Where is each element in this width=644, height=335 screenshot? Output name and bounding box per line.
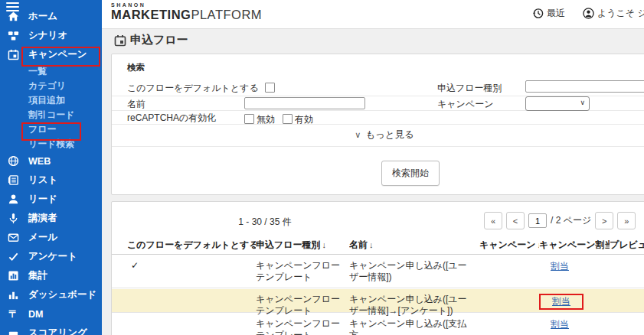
sidebar-item-label: WEB — [28, 156, 51, 167]
recaptcha-on-label: 有効 — [295, 114, 313, 125]
search-panel: 検索 このフローをデフォルトとする 申込フロー種別 名前 キャンペーン reCA… — [111, 54, 644, 195]
sidebar-item-home[interactable]: ホーム — [0, 7, 102, 26]
brand-logo[interactable]: SHANON MARKETINGPLATFORM — [111, 2, 262, 22]
sidebar-item-speaker[interactable]: 講演者 — [0, 209, 102, 228]
assign-link[interactable]: 割当 — [552, 296, 570, 307]
campaign-label: キャンペーン — [437, 98, 493, 111]
sidebar-item-lead-search[interactable]: リード検索 — [0, 137, 102, 151]
flow-type-input[interactable] — [525, 80, 644, 93]
show-more-toggle[interactable]: ∨ もっと見る — [112, 124, 644, 147]
page-number-input[interactable] — [528, 213, 547, 228]
sidebar-item-discount-code[interactable]: 割引コード — [0, 108, 102, 122]
sidebar-item-label: シナリオ — [28, 29, 67, 42]
page-calendar-icon — [114, 34, 126, 47]
assign-link[interactable]: 割当 — [551, 319, 569, 330]
flow-type-cell: キャンペーンフローテンプレート — [256, 314, 349, 335]
search-panel-title: 検索 — [127, 62, 145, 73]
sidebar-item-web[interactable]: WEB — [0, 151, 102, 171]
sidebar-item-mail[interactable]: メール — [0, 228, 102, 247]
sidebar-item-dm[interactable]: 〒 DM — [0, 304, 102, 324]
recent-button[interactable]: 最近 — [532, 7, 565, 20]
table-header-row: このフローをデフォルトとする↓ 申込フロー種別↓ 名前↓ キャンペーン↓ キャン… — [112, 236, 644, 255]
chart-box-icon — [7, 269, 20, 282]
sidebar-item-campaign-list[interactable]: 一覧 — [0, 64, 102, 79]
history-clock-icon — [532, 8, 544, 19]
page-title-label: 申込フロー — [130, 33, 188, 47]
name-label: 名前 — [127, 98, 145, 111]
recaptcha-on-checkbox[interactable] — [283, 114, 293, 124]
sidebar-item-label: キャンペーン — [28, 48, 87, 61]
sidebar-item-flow[interactable]: フロー — [0, 122, 102, 137]
globe-icon — [7, 154, 20, 168]
default-flow-checkbox[interactable] — [265, 83, 275, 93]
recaptcha-label: reCAPTCHAの有効化 — [127, 112, 216, 125]
sidebar-item-label: 一覧 — [28, 65, 47, 78]
column-header-name[interactable]: 名前↓ — [349, 239, 479, 252]
sidebar-item-add-field[interactable]: 項目追加 — [0, 93, 102, 108]
sidebar-item-label: 項目追加 — [28, 94, 65, 107]
sidebar: ホーム シナリオ キャンペーン 一覧 カテゴリ 項目追加 割引コード フロー リ… — [0, 0, 102, 335]
sidebar-item-label: リード — [28, 193, 57, 206]
column-header-campaign[interactable]: キャンペーン↓ — [479, 239, 539, 252]
show-more-label: もっと見る — [365, 128, 414, 141]
person-icon — [7, 193, 20, 206]
sidebar-item-label: 講演者 — [28, 212, 57, 225]
table-row: キャンペーンフローテンプレート キャンペーン申し込み([支払方 割当 — [112, 314, 644, 335]
page-title: 申込フロー — [114, 33, 188, 47]
sort-arrow-icon: ↓ — [322, 240, 327, 249]
sidebar-item-label: アンケート — [28, 250, 77, 263]
sidebar-item-category[interactable]: カテゴリ — [0, 79, 102, 93]
sidebar-item-label: スコアリング — [28, 327, 87, 335]
scenario-icon — [7, 29, 20, 42]
bar-chart-icon — [7, 288, 20, 301]
last-page-button[interactable]: » — [617, 212, 636, 229]
recaptcha-off-label: 無効 — [257, 114, 275, 125]
recent-label: 最近 — [547, 7, 565, 20]
default-check: ✓ — [127, 255, 256, 288]
prev-page-button[interactable]: < — [506, 212, 525, 229]
column-header-type[interactable]: 申込フロー種別↓ — [256, 239, 349, 252]
recaptcha-off-checkbox[interactable] — [244, 114, 254, 124]
sort-arrow-icon: ↓ — [369, 240, 374, 249]
app-window: ホーム シナリオ キャンペーン 一覧 カテゴリ 項目追加 割引コード フロー リ… — [0, 0, 644, 335]
postal-mark-icon: 〒 — [7, 307, 20, 320]
sidebar-item-aggregate[interactable]: 集計 — [0, 266, 102, 285]
sidebar-item-label: フロー — [28, 123, 57, 136]
user-menu[interactable]: ようこそ ジ — [583, 7, 644, 20]
default-flow-label: このフローをデフォルトとする — [127, 82, 259, 95]
checkmark-icon — [7, 250, 20, 263]
flow-name-cell: キャンペーン申し込み([ユーザー情報]) — [349, 255, 479, 288]
column-header-default[interactable]: このフローをデフォルトとする↓ — [127, 239, 256, 252]
scoring-icon — [7, 327, 20, 335]
first-page-button[interactable]: « — [484, 212, 502, 229]
campaign-cell — [479, 314, 539, 335]
name-input[interactable] — [244, 97, 365, 109]
results-panel: 1 - 30 / 35 件 « < / 2 ページ > » 3 このフローをデフ… — [111, 201, 644, 335]
campaign-calendar-icon — [7, 48, 20, 61]
brand-light-text: PLATFORM — [191, 8, 262, 21]
home-icon — [7, 10, 20, 23]
annotation-box-assign: 割当 — [539, 294, 584, 310]
sidebar-item-label: リスト — [28, 174, 57, 187]
search-start-button[interactable]: 検索開始 — [381, 161, 440, 186]
chevron-down-icon: ∨ — [355, 130, 361, 140]
sidebar-item-label: ホーム — [28, 10, 57, 23]
user-avatar-icon — [583, 8, 594, 19]
sidebar-item-dashboard[interactable]: ダッシュボード — [0, 285, 102, 304]
top-header: SHANON MARKETINGPLATFORM 最近 ようこそ ジ — [102, 0, 644, 29]
sidebar-item-label: メール — [28, 231, 57, 244]
campaign-select[interactable] — [525, 96, 590, 111]
table-row-highlighted: キャンペーンフローテンプレート キャンペーン申し込み([ユーザー情報]→[アンケ… — [112, 289, 644, 313]
sidebar-item-scoring[interactable]: スコアリング — [0, 324, 102, 335]
sidebar-item-survey[interactable]: アンケート — [0, 247, 102, 266]
next-page-button[interactable]: > — [595, 212, 613, 229]
sidebar-item-list[interactable]: リスト — [0, 171, 102, 190]
welcome-label: ようこそ ジ — [597, 7, 644, 20]
sidebar-item-campaign[interactable]: キャンペーン — [0, 45, 102, 64]
assign-link[interactable]: 割当 — [551, 261, 569, 272]
flow-type-cell: キャンペーンフローテンプレート — [256, 255, 349, 288]
sidebar-item-scenario[interactable]: シナリオ — [0, 26, 102, 45]
brand-bold-text: MARKETING — [111, 8, 191, 21]
sidebar-item-lead[interactable]: リード — [0, 190, 102, 209]
sidebar-item-label: リード検索 — [28, 138, 75, 151]
